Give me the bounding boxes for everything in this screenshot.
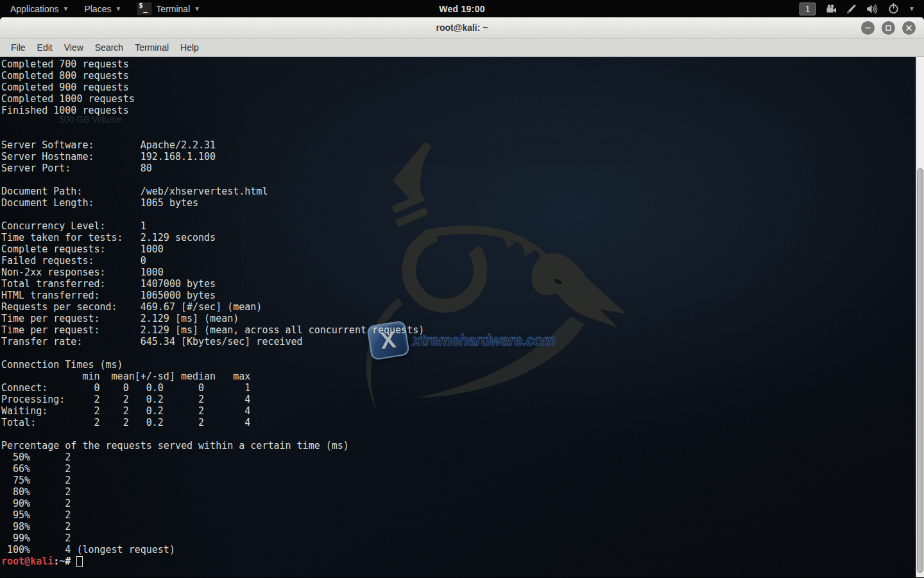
power-icon[interactable] <box>888 3 899 14</box>
desktop: Applications ▼ Places ▼ $_ Terminal ▼ We… <box>0 0 924 578</box>
menu-edit[interactable]: Edit <box>31 39 58 57</box>
panel-left: Applications ▼ Places ▼ $_ Terminal ▼ <box>0 0 208 17</box>
active-app-label: Terminal <box>156 4 190 14</box>
minimize-button[interactable] <box>861 21 875 35</box>
places-label: Places <box>84 4 111 14</box>
chevron-down-icon: ▼ <box>194 6 200 12</box>
window-controls <box>861 21 924 35</box>
places-menu[interactable]: Places ▼ <box>76 0 129 17</box>
volume-icon[interactable] <box>866 4 878 14</box>
terminal-window: root@kali: ~ File Edit View Search Termi… <box>0 17 924 578</box>
close-button[interactable] <box>902 21 916 35</box>
terminal-viewport[interactable]: X xtremehardware.com 500 GB Volume Compl… <box>0 57 924 577</box>
titlebar[interactable]: root@kali: ~ <box>0 17 924 39</box>
brush-icon[interactable] <box>846 4 857 14</box>
active-app-menu[interactable]: $_ Terminal ▼ <box>129 0 208 17</box>
menu-view[interactable]: View <box>58 39 89 57</box>
prompt-path: ~ <box>59 556 65 567</box>
chevron-down-icon: ▼ <box>115 6 121 12</box>
menu-help[interactable]: Help <box>175 39 205 57</box>
applications-label: Applications <box>10 4 59 14</box>
camera-icon[interactable] <box>825 4 837 13</box>
workspace-indicator[interactable]: 1 <box>800 3 816 15</box>
scrollbar[interactable] <box>916 57 924 577</box>
prompt-symbol: # <box>65 556 76 567</box>
menubar: File Edit View Search Terminal Help <box>0 39 924 57</box>
menu-search[interactable]: Search <box>89 39 129 57</box>
chevron-down-icon[interactable]: ▼ <box>909 6 915 12</box>
prompt-line: root@kali : ~ # <box>1 556 924 567</box>
clock[interactable]: Wed 19:00 <box>439 4 485 14</box>
menu-terminal[interactable]: Terminal <box>129 39 175 57</box>
terminal-cursor <box>76 556 83 567</box>
maximize-button[interactable] <box>882 21 895 35</box>
panel-right: 1 ▼ <box>800 0 924 17</box>
window-title: root@kali: ~ <box>436 22 488 33</box>
top-panel: Applications ▼ Places ▼ $_ Terminal ▼ We… <box>0 0 924 17</box>
scrollbar-thumb[interactable] <box>917 168 923 573</box>
terminal-icon: $_ <box>137 2 152 15</box>
prompt-user: root@kali <box>1 556 53 567</box>
applications-menu[interactable]: Applications ▼ <box>0 0 76 17</box>
menu-file[interactable]: File <box>5 39 31 57</box>
chevron-down-icon: ▼ <box>63 6 69 12</box>
prompt-separator: : <box>53 556 59 567</box>
terminal-output: Completed 700 requests Completed 800 req… <box>0 57 924 556</box>
